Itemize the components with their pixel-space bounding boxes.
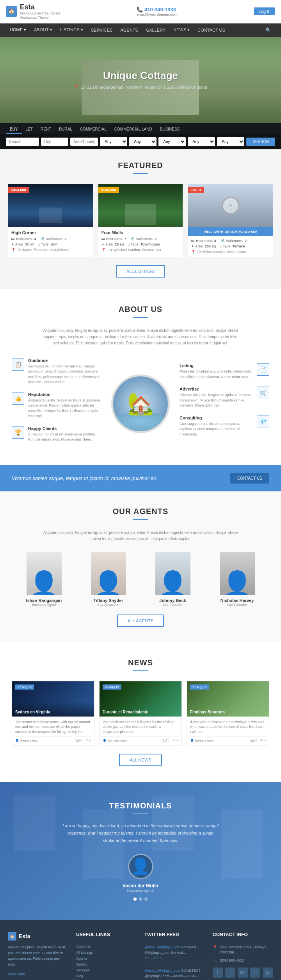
type-select[interactable]: Any bbox=[100, 137, 127, 146]
footer-phone: 📞 (938) 665-4015 bbox=[213, 958, 273, 963]
footer-link-agents[interactable]: Agents bbox=[76, 957, 137, 960]
listing-icon: 📄 bbox=[257, 363, 269, 376]
footer-about-col: 🏠 Esta Aliquam dui justo, feugiat eu lig… bbox=[8, 932, 68, 980]
featured-section: FEATURED $450,000 High Corner 🛏 Bedrooms… bbox=[0, 149, 281, 289]
footer-tweet-1: @esta_WPplugin_com Sometext @Wplugin_com… bbox=[144, 945, 205, 964]
logo[interactable]: 🏠 Esta Multi-purpose Real EstateWordpres… bbox=[6, 3, 60, 20]
footer-tweet-date-1: 12/day/0115 bbox=[144, 957, 205, 960]
about-divider bbox=[133, 317, 148, 318]
footer-link-services[interactable]: Services bbox=[76, 968, 137, 972]
tweet-user-1[interactable]: @esta_WPplugin_com bbox=[144, 945, 180, 949]
logo-text: Esta bbox=[20, 3, 60, 11]
footer-address: 📍 8886 Morrison Drive, Horseyn, TX97396 bbox=[213, 945, 273, 955]
about-consulting: Consulting Cras augue turpis, dictum at … bbox=[180, 416, 269, 437]
footer-read-more-link[interactable]: Read More bbox=[8, 972, 25, 976]
agent-name-1: Ishan Rangarajan bbox=[15, 598, 73, 603]
all-agents-button[interactable]: ALL AGENTS bbox=[117, 615, 164, 627]
news-img-2: 27 Aug 15 Durante el Renacimiento bbox=[100, 681, 181, 717]
agents-title: OUR AGENTS bbox=[12, 507, 269, 516]
agent-card-1[interactable]: 👤 Ishan Rangarajan Business Agent bbox=[15, 552, 73, 607]
google-plus-icon[interactable]: G+ bbox=[238, 967, 248, 978]
nav-listings[interactable]: LISTINGS ▾ bbox=[56, 23, 87, 36]
location-icon: 📍 bbox=[74, 85, 79, 90]
news-author-1: 👤Barbara team bbox=[15, 739, 39, 742]
filter-tab-let[interactable]: LET bbox=[22, 125, 37, 134]
footer-links-col: USEFUL LINKS About Us All Listings Agent… bbox=[76, 932, 137, 980]
news-stats-2: 💬 0 👁 + bbox=[163, 739, 178, 742]
tweet-user-2[interactable]: @esta_WPplugin_com bbox=[144, 969, 180, 973]
logo-icon: 🏠 bbox=[6, 6, 17, 17]
featured-img-3: SOLD ⌂ bbox=[188, 184, 273, 227]
nav-agents[interactable]: AGENTS bbox=[116, 23, 142, 36]
news-stats-1: 💬 0 👁 0 bbox=[76, 739, 91, 742]
nav-contact[interactable]: CONTACT US bbox=[194, 23, 229, 36]
nav-gallery[interactable]: GALLERY bbox=[142, 23, 170, 36]
about-listing: Listing Phasellus tincidunt augue id nul… bbox=[180, 363, 269, 380]
nav-services[interactable]: SERVICES bbox=[87, 23, 116, 36]
filter-tab-commercial[interactable]: COMMERCIAL bbox=[76, 125, 110, 134]
news-divider bbox=[133, 670, 148, 671]
linkedin-icon[interactable]: in bbox=[250, 967, 260, 978]
email-icon[interactable]: @ bbox=[263, 967, 273, 978]
contact-us-button[interactable]: CONTACT US bbox=[230, 473, 269, 484]
all-news-button[interactable]: ALL NEWS bbox=[119, 754, 162, 766]
agent-card-3[interactable]: 👤 Johnny Beck Our Founder bbox=[144, 552, 202, 607]
nav-about[interactable]: ABOUT ▾ bbox=[30, 23, 56, 36]
about-description: Aliquam dui justo, feugiat eu ligula at,… bbox=[43, 328, 238, 346]
featured-badge-1: $450,000 bbox=[8, 187, 29, 193]
city-input[interactable] bbox=[41, 138, 68, 146]
site-header: 🏠 Esta Multi-purpose Real EstateWordpres… bbox=[0, 0, 281, 23]
news-text-3: If you wish to discover the technique in… bbox=[190, 720, 266, 735]
featured-card-addr-1: 📍76 Hayes Pl London, Marylebone bbox=[11, 248, 90, 252]
about-title: ABOUT US bbox=[12, 305, 269, 314]
footer-link-all-listings[interactable]: All Listings bbox=[76, 951, 137, 955]
hero-title: Unique Cottage bbox=[74, 70, 207, 82]
featured-card-3[interactable]: SOLD ⌂ VILLA WITH USAGE AVAILABLE 🛏 Bedr… bbox=[188, 184, 273, 257]
filter-section: BUY LET RENT RURAL COMMERCIAL COMMERCIAL… bbox=[0, 123, 281, 149]
price-select[interactable]: Any bbox=[188, 137, 215, 146]
area-input[interactable] bbox=[70, 138, 98, 146]
filter-tab-rural[interactable]: RURAL bbox=[55, 125, 76, 134]
featured-card-2[interactable]: $240,000 Four Walls 🛏 Bedrooms: 7 🚿 Bath… bbox=[98, 184, 183, 257]
nav-search-icon[interactable]: 🔍 bbox=[261, 23, 275, 37]
news-card-3[interactable]: 27 Aug 15 Finnibus Bonorum If you wish t… bbox=[187, 681, 269, 746]
featured-card-1[interactable]: $450,000 High Corner 🛏 Bedrooms: 4 🚿 Bat… bbox=[8, 184, 93, 257]
about-happy-clients: 🏆 Happy Clients Curabitur non mi et elit… bbox=[12, 426, 101, 443]
filter-tab-rent[interactable]: RENT bbox=[37, 125, 55, 134]
filter-tab-buy[interactable]: BUY bbox=[6, 125, 22, 134]
agents-divider bbox=[133, 519, 148, 520]
news-title-overlay-1: Sydney en Virginia bbox=[15, 710, 50, 714]
agent-card-4[interactable]: 👤 Nicholas Harvey Our Founder bbox=[208, 552, 267, 607]
filter-tab-business[interactable]: BUSINESS bbox=[156, 125, 184, 134]
about-guidance: 📋 Guidance Sed turpis mi, porttitor nec … bbox=[12, 358, 101, 385]
bedrooms-select[interactable]: Any bbox=[129, 137, 157, 146]
featured-card-meta-1: 🛏 Bedrooms: 4 🚿 Bathrooms: 2 bbox=[11, 237, 90, 241]
search-input[interactable] bbox=[6, 138, 39, 146]
featured-img-1: $450,000 bbox=[8, 184, 93, 227]
twitter-icon[interactable]: t bbox=[225, 967, 235, 978]
footer-link-gallery[interactable]: Gallery bbox=[76, 962, 137, 966]
all-listings-button[interactable]: ALL LISTINGS bbox=[116, 265, 165, 278]
search-button[interactable]: SEARCH bbox=[246, 138, 275, 146]
login-button[interactable]: Log In bbox=[254, 7, 275, 15]
bathrooms-select[interactable]: Any bbox=[158, 137, 186, 146]
footer-link-about[interactable]: About Us bbox=[76, 945, 137, 949]
news-card-1[interactable]: 27 Aug 15 Sydney en Virginia The matter … bbox=[12, 681, 94, 746]
filter-tab-commercial-land[interactable]: COMMERCIAL LAND bbox=[110, 125, 156, 134]
agent-card-2[interactable]: 👤 Tiffany Snyder City Associate bbox=[79, 552, 138, 607]
size-select[interactable]: Any bbox=[217, 137, 244, 146]
facebook-icon[interactable]: f bbox=[213, 967, 223, 978]
testimonial-dot-1[interactable] bbox=[133, 898, 137, 901]
agent-role-1: Business Agent bbox=[15, 603, 73, 607]
about-center-illustration: 🏡 bbox=[109, 374, 172, 433]
nav-news[interactable]: NEWS ▾ bbox=[169, 23, 194, 36]
news-card-2[interactable]: 27 Aug 15 Durante el Renacimiento You co… bbox=[99, 681, 182, 746]
testimonial-dot-2[interactable] bbox=[139, 898, 142, 901]
nav-home[interactable]: HOME ▾ bbox=[6, 23, 30, 36]
testimonial-dot-3[interactable] bbox=[144, 898, 148, 901]
testimonials-quote: I am so happy, my dear friend, so absorb… bbox=[62, 822, 219, 844]
footer-link-blog[interactable]: Blog bbox=[76, 974, 137, 978]
agent-name-4: Nicholas Harvey bbox=[208, 598, 267, 603]
filter-bar: Any Any Any Any Any SEARCH bbox=[0, 134, 281, 149]
agent-name-3: Johnny Beck bbox=[144, 598, 202, 603]
